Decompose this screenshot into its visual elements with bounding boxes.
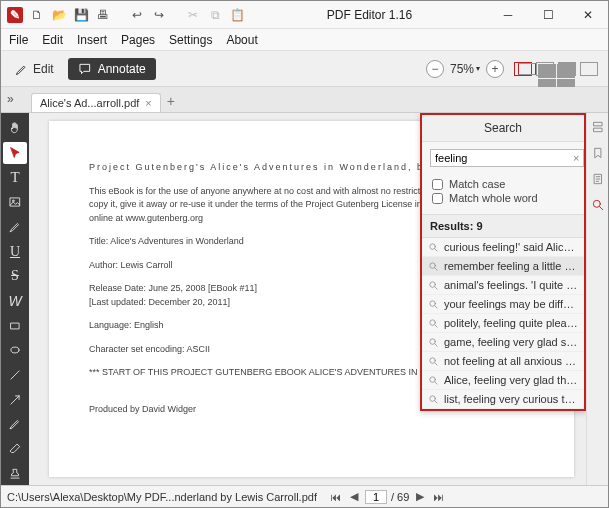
search-panel: Search × Match case Match whole word Res… xyxy=(420,113,586,411)
search-input-wrap[interactable]: × xyxy=(430,149,584,167)
svg-rect-2 xyxy=(11,323,19,329)
image-tool[interactable] xyxy=(3,191,27,214)
hand-tool[interactable] xyxy=(3,117,27,140)
page-navigator: ⏮ ◀ / 69 ▶ ⏭ xyxy=(329,490,445,504)
bookmarks-icon[interactable] xyxy=(590,145,606,161)
highlight-tool[interactable] xyxy=(3,216,27,239)
search-clear-icon[interactable]: × xyxy=(573,152,579,164)
svg-point-13 xyxy=(430,395,436,401)
match-whole-option[interactable]: Match whole word xyxy=(432,192,574,204)
attachments-icon[interactable] xyxy=(590,171,606,187)
document-tab[interactable]: Alice's Ad...arroll.pdf × xyxy=(31,93,161,112)
tabs-menu-icon[interactable]: » xyxy=(7,92,14,106)
new-icon[interactable]: 🗋 xyxy=(29,7,45,23)
zoom-controls: − 75%▾ + xyxy=(426,60,504,78)
rectangle-tool[interactable] xyxy=(3,314,27,337)
svg-point-10 xyxy=(430,338,436,344)
paste-icon[interactable]: 📋 xyxy=(229,7,245,23)
eraser-tool[interactable] xyxy=(3,438,27,461)
print-icon[interactable]: 🖶 xyxy=(95,7,111,23)
maximize-button[interactable]: ☐ xyxy=(528,1,568,29)
arrow-tool[interactable] xyxy=(3,388,27,411)
view-grid[interactable] xyxy=(536,62,554,76)
tab-close-icon[interactable]: × xyxy=(145,97,151,109)
close-button[interactable]: ✕ xyxy=(568,1,608,29)
zoom-out-button[interactable]: − xyxy=(426,60,444,78)
menu-insert[interactable]: Insert xyxy=(77,33,107,47)
svg-rect-15 xyxy=(593,128,601,132)
search-results: curious feeling!' said Alice; 'I m... re… xyxy=(422,238,584,409)
match-whole-checkbox[interactable] xyxy=(432,193,443,204)
match-case-checkbox[interactable] xyxy=(432,179,443,190)
search-input[interactable] xyxy=(435,152,573,164)
search-result[interactable]: not feeling at all anxious to ha... xyxy=(422,352,584,371)
strikeout-tool[interactable]: S xyxy=(3,265,27,288)
search-result[interactable]: your feelings may be different,... xyxy=(422,295,584,314)
tab-add-button[interactable]: + xyxy=(167,93,175,112)
undo-icon[interactable]: ↩ xyxy=(129,7,145,23)
document-tabs: » Alice's Ad...arroll.pdf × + xyxy=(1,87,608,113)
pencil-tool[interactable] xyxy=(3,413,27,436)
ellipse-tool[interactable] xyxy=(3,339,27,362)
view-mode-toggles xyxy=(514,62,598,76)
zoom-in-button[interactable]: + xyxy=(486,60,504,78)
svg-rect-14 xyxy=(593,122,601,126)
svg-point-9 xyxy=(430,319,436,325)
menu-file[interactable]: File xyxy=(9,33,28,47)
search-result[interactable]: list, feeling very curious to see ... xyxy=(422,390,584,409)
search-result[interactable]: remember feeling a little differ... xyxy=(422,257,584,276)
page-total: / 69 xyxy=(391,491,409,503)
stamp-tool[interactable] xyxy=(3,462,27,485)
edit-label: Edit xyxy=(33,62,54,76)
search-result[interactable]: Alice, feeling very glad that it ... xyxy=(422,371,584,390)
search-tab-icon[interactable] xyxy=(590,197,606,213)
underline-tool[interactable]: U xyxy=(3,240,27,263)
cut-icon[interactable]: ✂ xyxy=(185,7,201,23)
menu-settings[interactable]: Settings xyxy=(169,33,212,47)
titlebar: ✎ 🗋 📂 💾 🖶 ↩ ↪ ✂ ⧉ 📋 PDF Editor 1.16 ─ ☐ … xyxy=(1,1,608,29)
page-last[interactable]: ⏭ xyxy=(431,491,445,503)
svg-point-1 xyxy=(12,200,14,202)
svg-point-3 xyxy=(11,347,19,353)
page-prev[interactable]: ◀ xyxy=(347,490,361,503)
app-icon: ✎ xyxy=(7,7,23,23)
thumbnails-icon[interactable] xyxy=(590,119,606,135)
open-icon[interactable]: 📂 xyxy=(51,7,67,23)
svg-point-7 xyxy=(430,281,436,287)
svg-point-12 xyxy=(430,376,436,382)
svg-point-5 xyxy=(430,243,436,249)
comment-icon xyxy=(78,62,92,76)
copy-icon[interactable]: ⧉ xyxy=(207,7,223,23)
redo-icon[interactable]: ↪ xyxy=(151,7,167,23)
window-title: PDF Editor 1.16 xyxy=(251,8,488,22)
pencil-icon xyxy=(15,62,29,76)
view-continuous[interactable] xyxy=(558,62,576,76)
match-case-option[interactable]: Match case xyxy=(432,178,574,190)
line-tool[interactable] xyxy=(3,364,27,387)
search-result[interactable]: game, feeling very glad she ha... xyxy=(422,333,584,352)
annotate-mode-button[interactable]: Annotate xyxy=(68,58,156,80)
view-single-page[interactable] xyxy=(514,62,532,76)
search-title: Search xyxy=(422,115,584,142)
search-result[interactable]: politely, feeling quite pleased t... xyxy=(422,314,584,333)
search-result[interactable]: curious feeling!' said Alice; 'I m... xyxy=(422,238,584,257)
document-viewport[interactable]: Project Gutenberg's Alice's Adventures i… xyxy=(29,113,586,485)
menu-edit[interactable]: Edit xyxy=(42,33,63,47)
page-input[interactable] xyxy=(365,490,387,504)
save-icon[interactable]: 💾 xyxy=(73,7,89,23)
wavy-tool[interactable]: W xyxy=(3,290,27,313)
edit-mode-button[interactable]: Edit xyxy=(7,59,62,79)
menu-about[interactable]: About xyxy=(226,33,257,47)
main-toolbar: Edit Annotate − 75%▾ + xyxy=(1,51,608,87)
minimize-button[interactable]: ─ xyxy=(488,1,528,29)
page-next[interactable]: ▶ xyxy=(413,490,427,503)
zoom-value[interactable]: 75%▾ xyxy=(450,62,480,76)
menu-pages[interactable]: Pages xyxy=(121,33,155,47)
search-result[interactable]: animal's feelings. 'I quite forgo... xyxy=(422,276,584,295)
select-tool[interactable] xyxy=(3,142,27,165)
svg-point-8 xyxy=(430,300,436,306)
text-tool[interactable]: T xyxy=(3,166,27,189)
annotate-label: Annotate xyxy=(98,62,146,76)
view-facing[interactable] xyxy=(580,62,598,76)
page-first[interactable]: ⏮ xyxy=(329,491,343,503)
